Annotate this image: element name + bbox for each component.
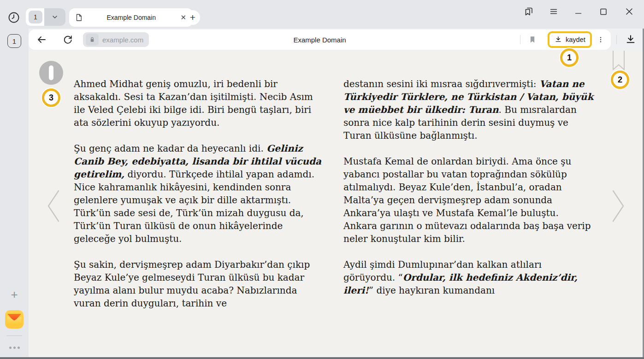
- tab-group-counter: 1: [29, 11, 42, 24]
- history-button[interactable]: [7, 11, 20, 24]
- tab-group-expand-button[interactable]: [44, 8, 65, 26]
- url-bar[interactable]: example.com: [83, 32, 149, 47]
- downloads-separator: [616, 35, 617, 44]
- menu-button[interactable]: [548, 6, 560, 18]
- collections-button[interactable]: [523, 6, 535, 18]
- minimize-icon: [573, 6, 584, 17]
- reader-content: Ahmed Midhat geniş omuzlu, iri bedenli b…: [29, 51, 643, 357]
- bookmark-button[interactable]: [526, 34, 538, 45]
- close-window-button[interactable]: [623, 6, 635, 18]
- sidebar-divider: [6, 335, 22, 336]
- back-arrow-icon: [36, 34, 47, 45]
- clock-icon: [7, 11, 20, 24]
- lock-icon[interactable]: [86, 34, 99, 46]
- reader-paragraph: Aydil şimdi Dumlupınar’dan kalkan atlıla…: [343, 258, 595, 297]
- reader-bookmark-ribbon[interactable]: [612, 51, 625, 71]
- reader-column-right: destanın sesini iki mısraa sığdırıvermiş…: [343, 77, 595, 310]
- sidebar-more-button[interactable]: [0, 347, 29, 349]
- address-toolbar: example.com Example Domain kaydet: [29, 29, 611, 50]
- next-page-chevron[interactable]: [609, 189, 627, 223]
- downloads-icon: [625, 34, 637, 46]
- annotation-badge-3: 3: [42, 88, 60, 107]
- reader-column-left: Ahmed Midhat geniş omuzlu, iri bedenli b…: [74, 77, 325, 323]
- sidebar-tab-counter[interactable]: 1: [7, 34, 21, 48]
- left-sidebar: 1 +: [0, 29, 29, 357]
- downloads-button[interactable]: [624, 34, 637, 46]
- bookmark-icon: [528, 35, 537, 44]
- tab-group-pill[interactable]: 1: [26, 8, 65, 26]
- reload-icon: [62, 34, 73, 45]
- page-icon: [75, 13, 83, 22]
- maximize-button[interactable]: [597, 6, 609, 18]
- annotation-badge-2: 2: [611, 71, 629, 89]
- kebab-menu-icon: [597, 35, 605, 44]
- browser-window: 1 Example Domain ✕ +: [0, 0, 644, 359]
- hamburger-menu-icon: [549, 6, 559, 17]
- save-button[interactable]: kaydet: [548, 31, 592, 48]
- sidebar-add-button[interactable]: +: [0, 288, 29, 302]
- reader-paragraph: destanın sesini iki mısraa sığdırıvermiş…: [343, 77, 595, 142]
- chevron-down-icon: [51, 13, 59, 21]
- download-icon: [554, 35, 562, 44]
- close-icon: [624, 6, 635, 17]
- reader-paragraph: Şu genç adam ne kadar da heyecanlı idi. …: [74, 142, 325, 245]
- more-options-button[interactable]: [596, 34, 605, 45]
- back-button[interactable]: [35, 34, 48, 45]
- tab-bar: 1 Example Domain ✕ +: [0, 0, 644, 29]
- reader-paragraph: Ahmed Midhat geniş omuzlu, iri bedenli b…: [74, 77, 325, 129]
- minimize-button[interactable]: [573, 6, 585, 18]
- collections-icon: [523, 6, 534, 17]
- tab-example-domain[interactable]: Example Domain ✕: [69, 8, 193, 27]
- tab-title: Example Domain: [83, 14, 179, 21]
- listen-button[interactable]: [39, 61, 63, 85]
- annotation-badge-1: 1: [560, 48, 579, 67]
- url-text: example.com: [102, 36, 143, 44]
- save-button-label: kaydet: [566, 36, 585, 43]
- mail-app-icon[interactable]: [5, 310, 24, 329]
- reader-paragraph: Mustafa Kemal de onlardan biriydi. Ama ö…: [343, 155, 595, 245]
- maximize-icon: [598, 6, 609, 17]
- toolbar-separator: [520, 35, 520, 44]
- listen-button-bar-icon: [49, 65, 53, 80]
- reader-paragraph: Şu sakin, dervişmeşrep adam Diyarbakır’d…: [74, 258, 325, 310]
- window-edge-bottom: [0, 357, 644, 359]
- previous-page-chevron[interactable]: [44, 189, 63, 223]
- toolbar-row: example.com Example Domain kaydet: [29, 29, 644, 51]
- new-tab-button[interactable]: +: [185, 10, 200, 25]
- reload-button[interactable]: [61, 34, 74, 45]
